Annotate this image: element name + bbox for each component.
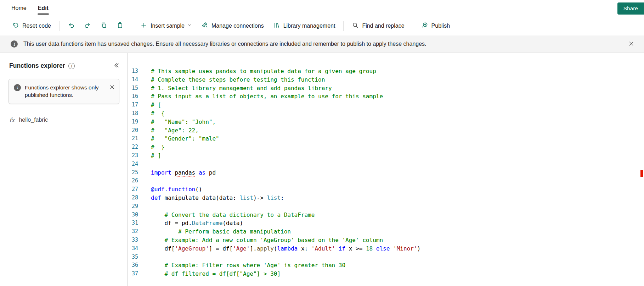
code-line: 37 # df_filtered = df[df["Age"] > 30] [128, 270, 644, 278]
line-number: 14 [128, 76, 151, 84]
connections-icon [201, 22, 208, 30]
code-text: # } [151, 143, 644, 152]
code-text: df['AgeGroup'] = df['Age'].apply(lambda … [151, 244, 644, 253]
manage-connections-label: Manage connections [211, 23, 264, 29]
code-text: # 1. Select library management and add p… [151, 84, 644, 93]
app-window: Home Edit Share Reset code [0, 0, 644, 286]
code-line: 16# Pass input as a list of objects, an … [128, 92, 644, 101]
line-number: 21 [128, 134, 151, 143]
double-chevron-left-icon [113, 64, 119, 70]
code-text: # "Name": "John", [151, 118, 644, 126]
code-line: 27@udf.function() [128, 185, 644, 194]
code-line: 26 [128, 177, 644, 185]
indent-guide [165, 227, 165, 237]
line-number: 19 [128, 118, 151, 126]
code-text [151, 202, 644, 211]
manage-connections-button[interactable]: Manage connections [197, 19, 268, 33]
redo-button[interactable] [80, 19, 95, 33]
info-icon [14, 84, 21, 91]
function-name: hello_fabric [19, 117, 48, 123]
info-icon[interactable] [68, 63, 75, 69]
code-line: 22# } [128, 143, 644, 152]
line-number: 25 [128, 169, 151, 177]
tab-edit-label: Edit [38, 5, 49, 11]
code-text: # Example: Add a new column 'AgeGroup' b… [151, 236, 644, 244]
code-editor[interactable]: 13# This sample uses pandas to manipulat… [128, 53, 644, 286]
copy-button[interactable] [96, 19, 112, 33]
tab-edit[interactable]: Edit [32, 1, 54, 16]
function-item[interactable]: fx hello_fabric [0, 114, 127, 126]
paste-icon [117, 22, 124, 30]
code-text: # [ [151, 101, 644, 109]
function-fx-icon: fx [9, 117, 15, 123]
functions-explorer-header: Functions explorer [0, 61, 127, 71]
tab-home-label: Home [11, 5, 27, 11]
library-icon [273, 22, 280, 30]
code-text [151, 177, 644, 185]
code-text: @udf.function() [151, 185, 644, 194]
published-functions-notice: Functions explorer shows only published … [9, 79, 119, 104]
code-text: # df_filtered = df[df["Age"] > 30] [151, 270, 644, 278]
code-lines: 13# This sample uses pandas to manipulat… [128, 67, 644, 278]
line-number: 36 [128, 261, 151, 270]
code-line: 18# { [128, 109, 644, 118]
main-content: Functions explorer Functions explorer sh… [0, 53, 644, 286]
insert-sample-label: Insert sample [151, 23, 185, 29]
reset-code-button[interactable]: Reset code [8, 19, 55, 33]
line-number: 18 [128, 109, 151, 118]
notice-text: Functions explorer shows only published … [25, 84, 100, 99]
code-text: import pandas as pd [151, 169, 644, 177]
code-line: 21# "Gender": "male" [128, 134, 644, 143]
code-line: 35 [128, 253, 644, 262]
line-number: 34 [128, 244, 151, 253]
code-line: 24 [128, 160, 644, 169]
redo-icon [84, 22, 91, 30]
line-number: 33 [128, 236, 151, 244]
collapse-panel-button[interactable] [111, 61, 122, 71]
close-icon [628, 41, 634, 48]
line-number: 30 [128, 211, 151, 219]
share-button[interactable]: Share [617, 2, 644, 15]
line-number: 15 [128, 84, 151, 93]
undo-button[interactable] [63, 19, 79, 33]
toolbar-divider [343, 21, 344, 31]
code-line: 14# Complete these steps before testing … [128, 76, 644, 84]
code-line: 30 # Convert the data dictionary to a Da… [128, 211, 644, 219]
library-management-label: Library management [283, 23, 335, 29]
find-replace-label: Find and replace [362, 23, 404, 29]
reset-code-label: Reset code [22, 23, 51, 29]
code-line: 34 df['AgeGroup'] = df['Age'].apply(lamb… [128, 244, 644, 253]
code-text [151, 253, 644, 262]
notice-close-button[interactable] [109, 84, 115, 92]
code-line: 13# This sample uses pandas to manipulat… [128, 67, 644, 76]
reset-icon [12, 22, 19, 30]
library-management-button[interactable]: Library management [269, 19, 340, 33]
line-number: 31 [128, 219, 151, 227]
code-line: 33 # Example: Add a new column 'AgeGroup… [128, 236, 644, 244]
code-text: # { [151, 109, 644, 118]
code-line: 28def manipulate_data(data: list)-> list… [128, 194, 644, 202]
search-icon [352, 22, 359, 30]
toolbar: Reset code Insert s [0, 16, 644, 35]
find-replace-button[interactable]: Find and replace [348, 19, 408, 33]
code-line: 20# "Age": 22, [128, 126, 644, 135]
code-line: 32 # Perform basic data manipulation [128, 227, 644, 236]
code-text: # Complete these steps before testing th… [151, 76, 644, 84]
banner-close-button[interactable] [626, 39, 636, 50]
code-line: 19# "Name": "John", [128, 118, 644, 126]
functions-explorer-title: Functions explorer [9, 62, 65, 70]
line-number: 24 [128, 160, 151, 169]
paste-button[interactable] [112, 19, 128, 33]
toolbar-divider [59, 21, 60, 31]
code-text: # Example: Filter rows where 'Age' is gr… [151, 261, 644, 270]
publish-button[interactable]: Publish [417, 19, 454, 33]
code-line: 23# ] [128, 152, 644, 160]
line-number: 28 [128, 194, 151, 202]
editor-scrollbar[interactable] [639, 53, 644, 286]
insert-sample-button[interactable]: Insert sample [136, 19, 196, 33]
tab-home[interactable]: Home [6, 1, 32, 16]
code-line: 17# [ [128, 101, 644, 109]
plus-icon [140, 22, 147, 30]
toolbar-divider [413, 21, 413, 31]
code-text: # Convert the data dictionary to a DataF… [151, 211, 644, 219]
